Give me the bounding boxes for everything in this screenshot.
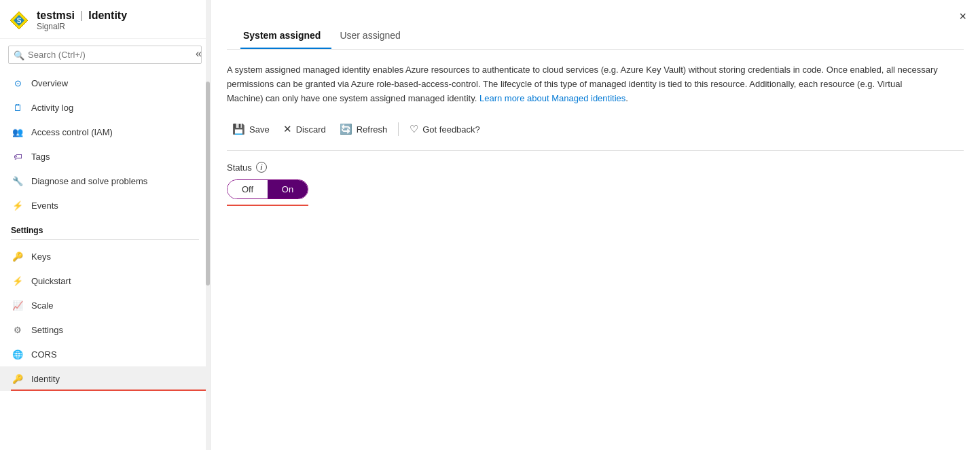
description-text: A system assigned managed identity enabl… [227,63,940,105]
events-icon: ⚡ [11,198,24,212]
sidebar-item-label: Settings [31,325,63,335]
sidebar-item-events[interactable]: ⚡ Events [0,193,210,218]
sidebar-item-diagnose[interactable]: 🔧 Diagnose and solve problems [0,169,210,193]
sidebar-item-overview[interactable]: ⊙ Overview [0,71,210,95]
save-button[interactable]: 💾 Save [227,119,275,139]
sidebar: S testmsi | Identity SignalR 🔍 « ⊙ Overv… [0,0,211,450]
refresh-icon: 🔄 [340,123,352,135]
sidebar-item-tags[interactable]: 🏷 Tags [0,144,210,169]
feedback-icon: ♡ [410,123,418,135]
toolbar: 💾 Save ✕ Discard 🔄 Refresh ♡ Got feedbac… [227,119,964,151]
quickstart-icon: ⚡ [11,274,24,288]
sidebar-item-label: Keys [31,252,51,262]
toggle-underline [227,205,308,206]
app-name: testmsi [37,10,75,22]
scale-icon: 📈 [11,298,24,312]
identity-icon: 🔑 [11,372,24,385]
cors-icon: 🌐 [11,347,24,361]
search-input[interactable] [8,46,202,64]
settings-divider [11,239,199,240]
sidebar-item-settings[interactable]: ⚙ Settings [0,317,210,342]
discard-icon: ✕ [283,123,292,135]
app-subtitle: SignalR [37,22,127,31]
learn-more-link[interactable]: Learn more about Managed identities [479,93,625,103]
sidebar-item-label: Identity [31,374,60,384]
sidebar-item-quickstart[interactable]: ⚡ Quickstart [0,269,210,293]
sidebar-item-label: Diagnose and solve problems [31,176,147,186]
sidebar-scrollbar-thumb[interactable] [206,82,210,285]
close-button[interactable]: × [959,10,966,24]
sidebar-item-label: Activity log [31,103,73,113]
tab-user-assigned[interactable]: User assigned [337,23,412,49]
status-text: Status [227,162,252,173]
sidebar-collapse-button[interactable]: « [193,46,204,61]
discard-button[interactable]: ✕ Discard [278,119,331,139]
content-area: System assigned User assigned A system a… [211,0,980,450]
sidebar-item-access-control[interactable]: 👥 Access control (IAM) [0,120,210,144]
sidebar-item-label: CORS [31,349,57,360]
app-title-group: testmsi | Identity SignalR [37,10,127,31]
sidebar-header: S testmsi | Identity SignalR [0,0,210,39]
toggle-container: Off On [227,179,964,199]
tab-content: A system assigned managed identity enabl… [227,63,964,199]
toolbar-divider [398,122,399,136]
diagnose-icon: 🔧 [11,174,24,188]
status-section: Status i Off On [227,162,964,199]
keys-icon: 🔑 [11,249,24,263]
sidebar-item-label: Overview [31,78,68,88]
toggle-on-option[interactable]: On [268,180,308,198]
app-logo: S [8,10,30,31]
status-toggle[interactable]: Off On [227,179,308,199]
toggle-off-option[interactable]: Off [228,180,268,198]
sidebar-item-cors[interactable]: 🌐 CORS [0,342,210,366]
settings-section-label: Settings [0,218,210,239]
sidebar-item-label: Access control (IAM) [31,127,113,137]
sidebar-item-scale[interactable]: 📈 Scale [0,293,210,317]
sidebar-item-keys[interactable]: 🔑 Keys [0,244,210,269]
main-content: × System assigned User assigned A system… [211,0,980,450]
tab-bar: System assigned User assigned [227,23,964,50]
search-container: 🔍 [8,46,202,64]
sidebar-item-activity-log[interactable]: 🗒 Activity log [0,95,210,120]
sidebar-item-label: Scale [31,300,54,311]
sidebar-item-label: Tags [31,152,50,162]
activity-log-icon: 🗒 [11,101,24,114]
overview-icon: ⊙ [11,76,24,90]
svg-text:S: S [17,17,22,24]
nav-menu: ⊙ Overview 🗒 Activity log 👥 Access contr… [0,71,210,391]
status-info-icon[interactable]: i [256,162,267,173]
page-title: Identity [88,10,127,22]
save-icon: 💾 [232,123,245,135]
sidebar-scrollbar[interactable] [206,0,210,450]
access-control-icon: 👥 [11,125,24,139]
title-separator: | [80,10,83,22]
search-icon: 🔍 [14,50,24,60]
tags-icon: 🏷 [11,150,24,163]
feedback-button[interactable]: ♡ Got feedback? [404,119,486,139]
refresh-button[interactable]: 🔄 Refresh [334,119,393,139]
sidebar-item-label: Quickstart [31,276,71,286]
sidebar-item-label: Events [31,201,58,211]
tab-system-assigned[interactable]: System assigned [240,23,331,49]
status-label-row: Status i [227,162,964,173]
settings-icon: ⚙ [11,323,24,336]
sidebar-item-identity[interactable]: 🔑 Identity [0,366,210,391]
